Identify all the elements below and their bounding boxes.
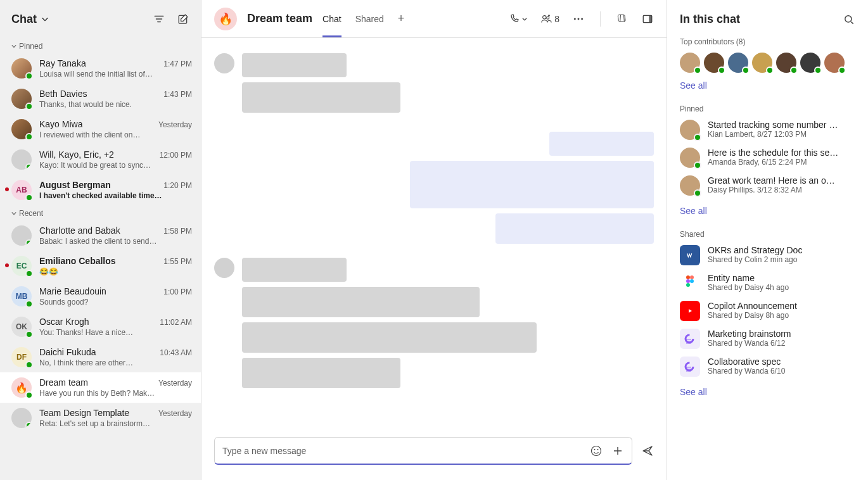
more-options-button[interactable]	[572, 13, 585, 25]
copilot-button[interactable]	[616, 13, 629, 25]
message-bubble[interactable]	[495, 213, 654, 244]
shared-files-list: OKRs and Strategy DocShared by Colin 2 m…	[680, 245, 855, 377]
chat-title: Dream team	[247, 12, 312, 25]
sidebar-header: Chat	[0, 0, 201, 38]
chat-list-item[interactable]: ABAugust Bergman1:20 PMI haven't checked…	[0, 175, 201, 205]
message-bubble[interactable]	[242, 358, 400, 388]
chat-list-pane: Chat PinnedRay Tanaka1:47 PMLouisa will …	[0, 0, 201, 480]
message-area[interactable]	[201, 38, 667, 429]
chat-item-name: Oscar Krogh	[39, 317, 89, 327]
tab-chat[interactable]: Chat	[322, 0, 341, 37]
pinned-message[interactable]: Here is the schedule for this se…Amanda …	[680, 148, 855, 168]
panel-search-button[interactable]	[843, 13, 855, 26]
chat-item-preview: Have you run this by Beth? Mak…	[39, 389, 192, 398]
message-bubble[interactable]	[242, 53, 347, 77]
contributors-label: Top contributors (8)	[680, 37, 855, 46]
chat-list-item[interactable]: MBMarie Beaudouin1:00 PMSounds good?	[0, 281, 201, 312]
filter-icon[interactable]	[153, 13, 165, 25]
chat-item-preview: No, I think there are other…	[39, 358, 192, 367]
see-all-shared[interactable]: See all	[680, 387, 707, 397]
message-bubble[interactable]	[242, 287, 480, 317]
shared-file[interactable]: Copilot AnnouncementShared by Daisy 8h a…	[680, 301, 855, 321]
chat-tabs: ChatShared+	[322, 0, 404, 37]
shared-file[interactable]: OKRs and Strategy DocShared by Colin 2 m…	[680, 245, 855, 265]
chat-list-item[interactable]: Will, Kayo, Eric, +212:00 PMKayo: It wou…	[0, 144, 201, 175]
word-icon	[680, 245, 700, 265]
message-bubble[interactable]	[410, 161, 654, 208]
contributor-avatar[interactable]	[728, 53, 748, 73]
chevron-down-icon	[41, 15, 49, 23]
contributor-avatar[interactable]	[704, 53, 724, 73]
caret-icon	[11, 44, 16, 49]
chat-item-name: Ray Tanaka	[39, 58, 86, 68]
svg-point-18	[686, 283, 690, 287]
contributor-avatar[interactable]	[752, 53, 772, 73]
figma-icon	[680, 273, 700, 293]
attach-button[interactable]	[611, 445, 624, 457]
chat-header: 🔥 Dream team ChatShared+ 8	[201, 0, 667, 38]
shared-file[interactable]: Collaborative specShared by Wanda 6/10	[680, 357, 855, 377]
avatar	[680, 120, 700, 140]
see-all-pinned[interactable]: See all	[680, 206, 707, 216]
chat-list-item[interactable]: DFDaichi Fukuda10:43 AMNo, I think there…	[0, 342, 201, 372]
send-button[interactable]	[641, 445, 654, 457]
message-bubble[interactable]	[242, 82, 400, 113]
chat-item-time: 12:00 PM	[160, 151, 192, 160]
chat-item-name: Kayo Miwa	[39, 119, 82, 129]
chat-list-item[interactable]: Ray Tanaka1:47 PMLouisa will send the in…	[0, 53, 201, 84]
chat-item-preview: 😂😂	[39, 267, 192, 276]
chat-dropdown[interactable]: Chat	[11, 13, 49, 26]
chat-list-item[interactable]: ECEmiliano Ceballos1:55 PM😂😂	[0, 251, 201, 281]
chat-item-time: 11:02 AM	[160, 318, 192, 327]
contributor-avatar[interactable]	[824, 53, 845, 73]
tab-shared[interactable]: Shared	[355, 0, 384, 37]
pinned-message[interactable]: Started tracking some number …Kian Lambe…	[680, 120, 855, 140]
open-panel-button[interactable]	[641, 13, 654, 25]
shared-title: Collaborative spec	[708, 357, 785, 367]
section-label-recent[interactable]: Recent	[0, 205, 201, 220]
shared-file[interactable]: Entity nameShared by Daisy 4h ago	[680, 273, 855, 293]
compose-box[interactable]	[214, 437, 632, 465]
pinned-message[interactable]: Great work team! Here is an o…Daisy Phil…	[680, 175, 855, 196]
chat-item-time: 1:43 PM	[163, 90, 192, 99]
chat-list-item[interactable]: Team Design TemplateYesterdayReta: Let's…	[0, 403, 201, 433]
message-bubble[interactable]	[549, 132, 654, 156]
chat-list-item[interactable]: Kayo MiwaYesterdayI reviewed with the cl…	[0, 114, 201, 144]
message-bubble[interactable]	[242, 258, 347, 282]
shared-subtitle: Shared by Daisy 8h ago	[708, 311, 797, 320]
call-button[interactable]	[509, 13, 528, 25]
avatar: 🔥	[11, 377, 32, 398]
chat-list-item[interactable]: Beth Davies1:43 PMThanks, that would be …	[0, 84, 201, 114]
chat-item-time: 1:55 PM	[163, 257, 192, 266]
add-tab-button[interactable]: +	[398, 0, 405, 37]
participants-button[interactable]: 8	[540, 13, 559, 25]
new-chat-icon[interactable]	[177, 13, 189, 25]
shared-title: Entity name	[708, 273, 789, 283]
pinned-subtitle: Kian Lambert, 8/27 12:03 PM	[708, 130, 838, 139]
chat-item-preview: Sounds good?	[39, 298, 192, 306]
avatar: MB	[11, 286, 32, 306]
contributor-avatar[interactable]	[800, 53, 820, 73]
chat-list-item[interactable]: 🔥Dream teamYesterdayHave you run this by…	[0, 372, 201, 403]
chat-item-preview: Louisa will send the initial list of…	[39, 70, 192, 79]
chat-item-preview: I reviewed with the client on…	[39, 130, 192, 139]
contributor-avatar[interactable]	[776, 53, 796, 73]
chat-list-item[interactable]: Charlotte and Babak1:58 PMBabak: I asked…	[0, 220, 201, 251]
chat-item-name: August Bergman	[39, 180, 111, 190]
chat-list[interactable]: PinnedRay Tanaka1:47 PMLouisa will send …	[0, 38, 201, 480]
svg-point-1	[543, 15, 546, 18]
emoji-button[interactable]	[590, 445, 603, 457]
chat-item-time: 1:47 PM	[163, 60, 192, 68]
phone-icon	[509, 14, 519, 24]
message-input[interactable]	[222, 446, 581, 456]
section-label-pinned[interactable]: Pinned	[0, 38, 201, 53]
caret-icon	[11, 211, 16, 216]
pinned-section-label: Pinned	[680, 104, 855, 113]
message-bubble[interactable]	[242, 322, 537, 353]
shared-title: Copilot Announcement	[708, 301, 797, 311]
contributor-avatar[interactable]	[680, 53, 700, 73]
see-all-contributors[interactable]: See all	[680, 80, 707, 91]
pinned-subtitle: Amanda Brady, 6/15 2:24 PM	[708, 158, 838, 167]
shared-file[interactable]: Marketing brainstormShared by Wanda 6/12	[680, 329, 855, 349]
chat-list-item[interactable]: OKOscar Krogh11:02 AMYou: Thanks! Have a…	[0, 312, 201, 342]
